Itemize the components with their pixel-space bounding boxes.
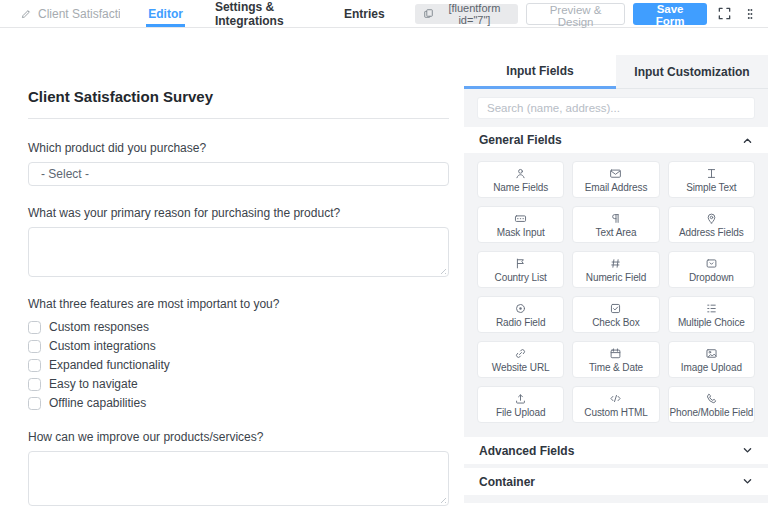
- envelope-icon: [609, 167, 622, 180]
- field-type-card-numeric-field[interactable]: Numeric Field: [572, 251, 659, 288]
- section-general-fields[interactable]: General Fields: [464, 127, 768, 153]
- pencil-icon[interactable]: [20, 8, 32, 20]
- field-type-card-radio-field[interactable]: Radio Field: [477, 296, 564, 333]
- general-fields-grid: Name FieldsEmail AddressSimple TextMask …: [464, 153, 768, 433]
- field-label-text: What was your primary reason for purchas…: [28, 206, 340, 220]
- textarea-input[interactable]: [28, 227, 449, 277]
- map-pin-icon: [705, 212, 718, 225]
- field-type-card-custom-html[interactable]: Custom HTML: [572, 386, 659, 423]
- field-type-label: Phone/Mobile Field: [669, 407, 753, 418]
- hash-icon: [609, 257, 622, 270]
- copy-icon: [423, 8, 434, 19]
- phone-icon: [705, 392, 718, 405]
- select-input[interactable]: - Select -: [28, 162, 449, 186]
- field-type-card-time-date[interactable]: Time & Date: [572, 341, 659, 378]
- checkbox-option[interactable]: Custom responses: [28, 320, 449, 334]
- option-label: Offline capabilities: [49, 396, 146, 410]
- field-type-label: Simple Text: [686, 182, 736, 193]
- checkbox-option[interactable]: Offline capabilities: [28, 396, 449, 410]
- fullscreen-button[interactable]: [715, 4, 734, 23]
- form-canvas-fields: Which product did you purchase?- Select …: [28, 141, 449, 525]
- search-input[interactable]: [477, 97, 755, 119]
- field-type-label: File Upload: [496, 407, 545, 418]
- resize-handle[interactable]: [437, 265, 446, 274]
- tab-input-customization[interactable]: Input Customization: [616, 55, 768, 89]
- field-type-label: Email Address: [585, 182, 648, 193]
- tab-entries[interactable]: Entries: [342, 0, 387, 27]
- field-type-label: Check Box: [592, 317, 639, 328]
- field-label-text: What three features are most important t…: [28, 297, 279, 311]
- field-type-card-simple-text[interactable]: Simple Text: [668, 161, 755, 198]
- chevron-down-icon: [742, 445, 753, 456]
- field-type-label: Numeric Field: [586, 272, 646, 283]
- option-label: Custom integrations: [49, 339, 156, 353]
- field-type-card-mask-input[interactable]: Mask Input: [477, 206, 564, 243]
- editor-sidebar: Input Fields Input Customization General…: [464, 55, 768, 503]
- field-type-card-image-upload[interactable]: Image Upload: [668, 341, 755, 378]
- checkbox-icon[interactable]: [28, 321, 41, 334]
- field-type-label: Name Fields: [493, 182, 548, 193]
- field-type-card-name-fields[interactable]: Name Fields: [477, 161, 564, 198]
- checkbox-icon[interactable]: [28, 397, 41, 410]
- field-type-card-multiple-choice[interactable]: Multiple Choice: [668, 296, 755, 333]
- field-type-card-address-fields[interactable]: Address Fields: [668, 206, 755, 243]
- field-type-label: Website URL: [492, 362, 550, 373]
- dropdown-icon: [705, 257, 718, 270]
- field-label: What was your primary reason for purchas…: [28, 206, 449, 220]
- field-type-card-text-area[interactable]: Text Area: [572, 206, 659, 243]
- option-label: Custom responses: [49, 320, 149, 334]
- field-type-card-file-upload[interactable]: File Upload: [477, 386, 564, 423]
- section-advanced-fields[interactable]: Advanced Fields: [464, 437, 768, 464]
- field-type-label: Custom HTML: [584, 407, 647, 418]
- field-type-label: Radio Field: [496, 317, 545, 328]
- section-container[interactable]: Container: [464, 468, 768, 495]
- form-field-checkbox-group[interactable]: What three features are most important t…: [28, 297, 449, 410]
- tab-settings-integrations[interactable]: Settings & Integrations: [213, 0, 314, 27]
- topbar: Client Satisfacti... Editor Settings & I…: [0, 0, 768, 28]
- option-label: Easy to navigate: [49, 377, 138, 391]
- topbar-left: Client Satisfacti... Editor Settings & I…: [20, 0, 415, 27]
- field-label-text: How can we improve our products/services…: [28, 430, 263, 444]
- checkbox-icon[interactable]: [28, 359, 41, 372]
- field-label: Which product did you purchase?: [28, 141, 449, 155]
- field-type-card-dropdown[interactable]: Dropdown: [668, 251, 755, 288]
- form-title[interactable]: Client Satisfaction Survey: [28, 88, 449, 119]
- checkbox-icon[interactable]: [28, 378, 41, 391]
- text-cursor-icon: [705, 167, 718, 180]
- field-type-label: Dropdown: [689, 272, 734, 283]
- checkbox-icon[interactable]: [28, 340, 41, 353]
- form-field-select[interactable]: Which product did you purchase?- Select …: [28, 141, 449, 186]
- field-type-card-country-list[interactable]: Country List: [477, 251, 564, 288]
- preview-design-button[interactable]: Preview & Design: [526, 3, 625, 25]
- resize-handle[interactable]: [437, 494, 446, 503]
- checkbox-icon: [609, 302, 622, 315]
- section-label: Container: [479, 475, 535, 489]
- field-label: What three features are most important t…: [28, 297, 449, 311]
- topbar-tabs: Editor Settings & Integrations Entries: [146, 0, 414, 27]
- shortcode-copy-button[interactable]: [fluentform id="7"]: [415, 4, 518, 24]
- checkbox-option[interactable]: Easy to navigate: [28, 377, 449, 391]
- mask-input-icon: [514, 212, 527, 225]
- upload-icon: [514, 392, 527, 405]
- checkbox-option[interactable]: Expanded functionality: [28, 358, 449, 372]
- save-form-button[interactable]: Save Form: [633, 3, 707, 25]
- more-menu-button[interactable]: [742, 5, 758, 23]
- textarea-input[interactable]: [28, 451, 449, 506]
- field-type-card-email-address[interactable]: Email Address: [572, 161, 659, 198]
- field-type-card-phone-mobile-field[interactable]: Phone/Mobile Field: [668, 386, 755, 423]
- calendar-icon: [609, 347, 622, 360]
- chevron-up-icon: [742, 135, 753, 146]
- tab-editor[interactable]: Editor: [146, 0, 185, 27]
- form-field-textarea[interactable]: What was your primary reason for purchas…: [28, 206, 449, 277]
- field-type-card-website-url[interactable]: Website URL: [477, 341, 564, 378]
- kebab-menu-icon: [744, 7, 756, 21]
- checkbox-option[interactable]: Custom integrations: [28, 339, 449, 353]
- form-editor-canvas: Client Satisfaction Survey Which product…: [28, 88, 449, 525]
- field-type-card-check-box[interactable]: Check Box: [572, 296, 659, 333]
- sidebar-search: [464, 89, 768, 127]
- paragraph-icon: [609, 212, 622, 225]
- list-icon: [705, 302, 718, 315]
- form-field-textarea[interactable]: How can we improve our products/services…: [28, 430, 449, 506]
- sidebar-tabs: Input Fields Input Customization: [464, 55, 768, 89]
- tab-input-fields[interactable]: Input Fields: [464, 55, 616, 89]
